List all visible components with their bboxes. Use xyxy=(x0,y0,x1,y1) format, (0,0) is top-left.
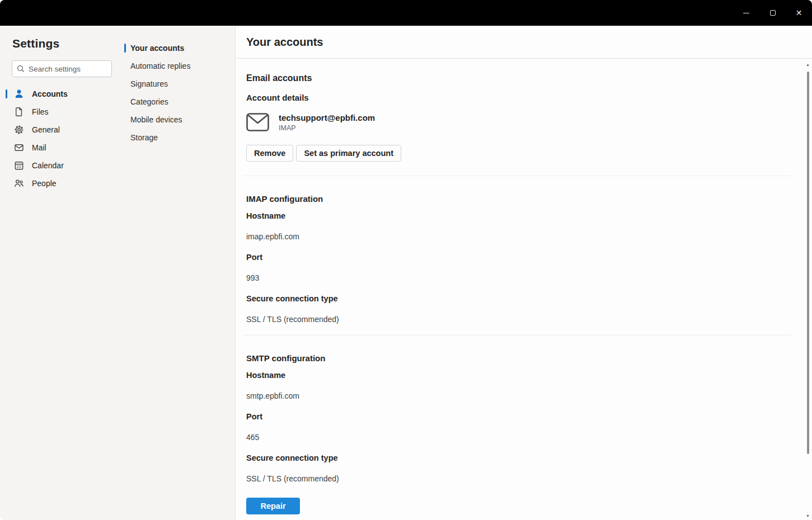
account-details-heading: Account details xyxy=(246,93,796,102)
sidebar-item-label: Files xyxy=(32,107,49,116)
account-email: techsupport@epbfi.com xyxy=(279,113,375,122)
close-button[interactable]: ✕ xyxy=(786,0,812,26)
settings-title: Settings xyxy=(12,37,59,50)
sidebar-item-people[interactable]: People xyxy=(0,174,119,192)
imap-hostname-label: Hostname xyxy=(246,211,796,220)
account-row: techsupport@epbfi.com IMAP xyxy=(246,113,796,132)
document-icon xyxy=(13,106,25,117)
smtp-port-value: 465 xyxy=(246,433,796,442)
envelope-icon xyxy=(246,113,269,131)
subnav-item-label: Your accounts xyxy=(130,44,184,53)
maximize-button[interactable] xyxy=(759,0,786,26)
smtp-configuration-title: SMTP configuration xyxy=(246,353,796,363)
settings-nav: Accounts Files General Mail xyxy=(0,85,119,192)
sidebar-item-calendar[interactable]: Calendar xyxy=(0,157,119,174)
titlebar: ✕ xyxy=(0,0,812,26)
subnav-item-categories[interactable]: Categories xyxy=(124,93,231,111)
close-icon: ✕ xyxy=(796,9,802,17)
scroll-down-icon[interactable]: ▼ xyxy=(804,514,811,518)
smtp-hostname-label: Hostname xyxy=(246,371,796,380)
main-content: Your accounts Email accounts Account det… xyxy=(236,26,812,520)
set-primary-button[interactable]: Set as primary account xyxy=(296,145,401,162)
people-icon xyxy=(13,178,25,189)
vertical-scrollbar[interactable]: ▲ ▼ xyxy=(804,62,811,519)
subnav-item-label: Automatic replies xyxy=(130,62,190,70)
account-protocol: IMAP xyxy=(279,124,375,132)
search-icon xyxy=(17,65,25,73)
gear-icon xyxy=(13,124,25,135)
settings-left-panel: Settings Accounts Files xyxy=(0,26,236,520)
window-controls: ✕ xyxy=(733,0,812,26)
account-info: techsupport@epbfi.com IMAP xyxy=(279,113,375,132)
imap-secure-value: SSL / TLS (recommended) xyxy=(246,315,796,324)
imap-secure-label: Secure connection type xyxy=(246,294,796,303)
main-header: Your accounts xyxy=(236,26,812,59)
account-actions: Remove Set as primary account xyxy=(246,145,796,162)
search-box[interactable] xyxy=(12,60,112,77)
imap-hostname-value: imap.epbfi.com xyxy=(246,232,796,241)
subnav-item-mobile-devices[interactable]: Mobile devices xyxy=(124,111,231,129)
mail-icon xyxy=(13,142,25,153)
sidebar-item-label: Accounts xyxy=(32,89,68,98)
subnav-item-automatic-replies[interactable]: Automatic replies xyxy=(124,57,231,75)
repair-button[interactable]: Repair xyxy=(246,498,300,514)
smtp-hostname-value: smtp.epbfi.com xyxy=(246,391,796,400)
page-title: Your accounts xyxy=(246,36,323,49)
section-divider xyxy=(243,176,791,176)
subnav-item-label: Storage xyxy=(130,133,158,142)
scroll-up-icon[interactable]: ▲ xyxy=(804,63,811,67)
smtp-port-label: Port xyxy=(246,412,796,421)
search-input[interactable] xyxy=(29,65,107,73)
sidebar-item-label: Mail xyxy=(32,143,46,152)
minimize-icon xyxy=(743,13,749,13)
imap-port-label: Port xyxy=(246,253,796,262)
subnav-item-signatures[interactable]: Signatures xyxy=(124,75,231,93)
scrollbar-thumb[interactable] xyxy=(807,72,809,454)
sidebar-item-label: People xyxy=(32,179,57,188)
sidebar-item-accounts[interactable]: Accounts xyxy=(0,85,119,103)
main-body: Email accounts Account details techsuppo… xyxy=(236,59,812,520)
subnav-item-label: Categories xyxy=(130,97,168,106)
subnav-item-your-accounts[interactable]: Your accounts xyxy=(124,39,231,57)
accounts-subnav: Your accounts Automatic replies Signatur… xyxy=(124,39,231,146)
smtp-secure-value: SSL / TLS (recommended) xyxy=(246,474,796,483)
section-divider xyxy=(243,335,791,335)
sidebar-item-label: General xyxy=(32,125,60,134)
remove-button[interactable]: Remove xyxy=(246,145,293,162)
minimize-button[interactable] xyxy=(733,0,759,26)
settings-window: ✕ Settings Accounts Files xyxy=(0,0,812,520)
calendar-icon xyxy=(13,160,25,171)
email-accounts-heading: Email accounts xyxy=(246,73,796,83)
imap-port-value: 993 xyxy=(246,273,796,282)
imap-configuration-title: IMAP configuration xyxy=(246,194,796,204)
person-icon xyxy=(13,88,25,100)
subnav-item-storage[interactable]: Storage xyxy=(124,129,231,146)
sidebar-item-label: Calendar xyxy=(32,161,64,170)
maximize-icon xyxy=(770,10,776,16)
sidebar-item-general[interactable]: General xyxy=(0,121,119,139)
sidebar-item-mail[interactable]: Mail xyxy=(0,139,119,157)
smtp-secure-label: Secure connection type xyxy=(246,453,796,462)
subnav-item-label: Signatures xyxy=(130,79,168,88)
sidebar-item-files[interactable]: Files xyxy=(0,103,119,121)
subnav-item-label: Mobile devices xyxy=(130,115,182,124)
